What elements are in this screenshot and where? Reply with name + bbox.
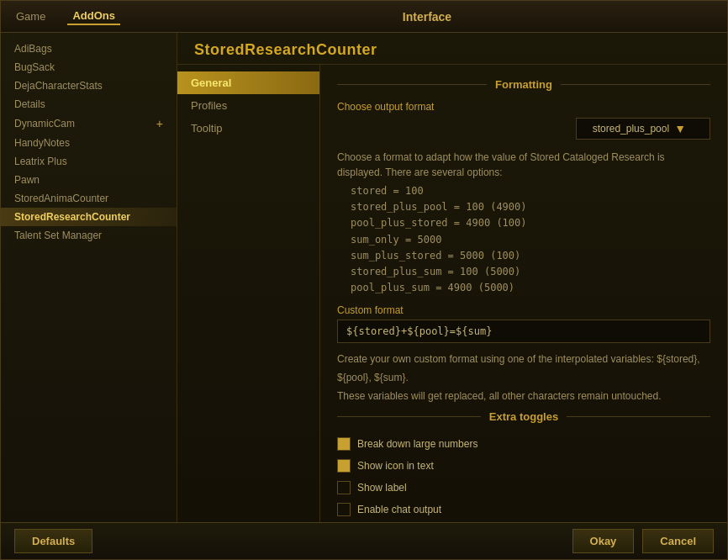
checkbox-break-large[interactable] <box>337 437 351 451</box>
format-option-3: sum_only = 5000 <box>337 232 710 248</box>
cancel-button[interactable]: Cancel <box>642 529 714 553</box>
panel-header: StoredResearchCounter <box>177 33 727 65</box>
sidebar-item-dynamiccam[interactable]: DynamicCam + <box>1 114 177 134</box>
toggle-show-label: Show label <box>337 477 710 499</box>
checkbox-show-icon[interactable] <box>337 459 351 473</box>
toggle-enable-chat: Enable chat output <box>337 499 710 520</box>
bottom-bar: Defaults Okay Cancel <box>1 522 727 559</box>
left-nav: General Profiles Tooltip <box>177 65 320 522</box>
okay-button[interactable]: Okay <box>572 529 635 553</box>
format-option-5: stored_plus_sum = 100 (5000) <box>337 264 710 280</box>
sidebar-item-pawn[interactable]: Pawn <box>1 171 177 189</box>
format-option-0: stored = 100 <box>337 183 710 199</box>
checkbox-show-icon-label: Show icon in text <box>357 460 434 472</box>
format-option-2: pool_plus_stored = 4900 (100) <box>337 215 710 231</box>
dropdown-arrow-icon: ▼ <box>674 122 686 135</box>
right-panel: StoredResearchCounter General Profiles T… <box>177 33 727 522</box>
dropdown-value: stored_plus_pool <box>593 123 669 135</box>
sidebar-item-leatrix-plus[interactable]: Leatrix Plus <box>1 152 177 171</box>
format-option-4: sum_plus_stored = 5000 (100) <box>337 248 710 264</box>
sidebar-item-adibags[interactable]: AdiBags <box>1 40 177 58</box>
sidebar-item-storedresearchcounter[interactable]: StoredResearchCounter <box>1 208 177 226</box>
format-description: Choose a format to adapt how the value o… <box>337 150 710 180</box>
output-format-dropdown[interactable]: stored_plus_pool ▼ <box>576 118 710 140</box>
formatting-section-header: Formatting <box>337 78 710 91</box>
checkbox-break-large-label: Break down large numbers <box>357 438 477 450</box>
custom-format-input[interactable] <box>337 320 710 343</box>
top-bar: Game AddOns Interface <box>1 1 727 33</box>
format-option-6: pool_plus_sum = 4900 (5000) <box>337 280 710 296</box>
dropdown-row: stored_plus_pool ▼ <box>337 118 710 140</box>
interpolation-text-3: These variables will get replaced, all o… <box>337 388 710 404</box>
expand-icon: + <box>156 117 163 130</box>
sidebar-item-dejacharacterstats[interactable]: DejaCharacterStats <box>1 77 177 95</box>
content-area: General Profiles Tooltip Formatting Choo… <box>177 65 727 522</box>
nav-item-profiles[interactable]: Profiles <box>177 94 319 117</box>
checkbox-show-label[interactable] <box>337 481 351 494</box>
tab-game[interactable]: Game <box>11 8 50 24</box>
nav-item-general[interactable]: General <box>177 71 319 94</box>
main-layout: AdiBags BugSack DejaCharacterStats Detai… <box>1 33 727 522</box>
interpolation-text-1: Create your own custom format using one … <box>337 351 710 367</box>
sidebar-item-talentsetmanager[interactable]: Talent Set Manager <box>1 226 177 245</box>
app-container: Game AddOns Interface AdiBags BugSack De… <box>0 0 728 560</box>
sidebar-item-handynotes[interactable]: HandyNotes <box>1 134 177 152</box>
extra-toggles-section: Extra toggles Break down large numbers S… <box>337 410 710 520</box>
bottom-right-buttons: Okay Cancel <box>572 529 714 553</box>
extra-toggles-header: Extra toggles <box>337 410 710 423</box>
toggle-show-icon: Show icon in text <box>337 455 710 477</box>
sidebar-item-details[interactable]: Details <box>1 95 177 114</box>
checkbox-show-label-label: Show label <box>357 482 407 494</box>
format-option-1: stored_plus_pool = 100 (4900) <box>337 199 710 215</box>
top-center-title: Interface <box>137 10 717 24</box>
tab-addons[interactable]: AddOns <box>67 8 120 25</box>
nav-item-tooltip[interactable]: Tooltip <box>177 117 319 140</box>
toggle-break-large: Break down large numbers <box>337 433 710 455</box>
checkbox-enable-chat-label: Enable chat output <box>357 504 441 515</box>
custom-format-label: Custom format <box>337 304 710 316</box>
sidebar-item-storedanimacounter[interactable]: StoredAnimaCounter <box>1 189 177 208</box>
sidebar-item-bugsack[interactable]: BugSack <box>1 58 177 77</box>
interpolation-text-2: ${pool}, ${sum}. <box>337 370 710 385</box>
defaults-button[interactable]: Defaults <box>14 529 92 553</box>
output-format-label: Choose output format <box>337 101 710 113</box>
sidebar-item-dynamiccam-label: DynamicCam <box>14 118 75 129</box>
sidebar: AdiBags BugSack DejaCharacterStats Detai… <box>1 33 177 522</box>
top-bar-tabs: Game AddOns <box>11 8 120 25</box>
right-content: Formatting Choose output format stored_p… <box>320 65 727 522</box>
checkbox-enable-chat[interactable] <box>337 503 351 516</box>
panel-title: StoredResearchCounter <box>194 41 710 59</box>
